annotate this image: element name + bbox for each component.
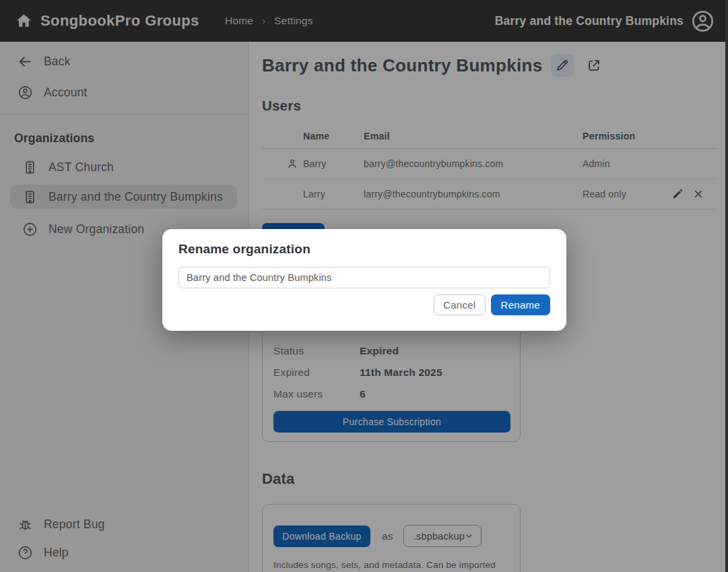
dialog-title: Rename organization	[178, 242, 310, 257]
organization-name-input[interactable]	[178, 267, 550, 288]
scrollbar[interactable]	[725, 0, 728, 572]
rename-button[interactable]: Rename	[491, 294, 551, 315]
rename-organization-dialog: Rename organization Cancel Rename	[162, 229, 566, 331]
app-window: SongbookPro Groups Home › Settings Barry…	[0, 0, 728, 572]
cancel-button[interactable]: Cancel	[434, 294, 486, 315]
